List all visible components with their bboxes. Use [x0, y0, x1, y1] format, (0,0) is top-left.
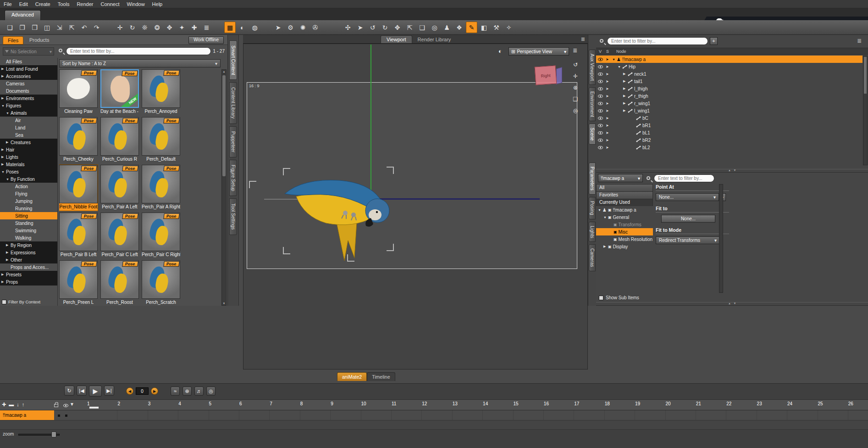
toolbar-icon[interactable]: ⇱: [404, 22, 415, 33]
frame-back-button[interactable]: ◀: [126, 387, 133, 395]
view-selector-dropdown[interactable]: ⊞ Perspective View: [509, 47, 569, 56]
category-tree-item[interactable]: ▼ Figures: [0, 102, 57, 109]
thumbnail-tile[interactable]: Pose Perch_Scratch: [142, 260, 180, 306]
pane-tab[interactable]: Posing: [589, 197, 596, 219]
visibility-eye-icon[interactable]: [598, 109, 603, 112]
expand-arrow-icon[interactable]: ▶: [623, 109, 628, 112]
thumbnail-scrollbar[interactable]: ▲ ▼: [221, 69, 227, 306]
thumbnail-tile[interactable]: Pose Perch_Preen L: [59, 260, 98, 306]
expand-arrow-icon[interactable]: ▶: [6, 251, 11, 254]
toolbar-icon[interactable]: ◎: [429, 22, 440, 33]
category-tree-item[interactable]: ▶ Other: [0, 256, 57, 263]
nav-cube-front-face[interactable]: Right: [535, 65, 557, 85]
toolbar-icon[interactable]: ↺: [367, 22, 378, 33]
toolbar-icon[interactable]: ♟: [441, 22, 453, 33]
toolbar-icon[interactable]: ◧: [478, 22, 490, 33]
menu-item[interactable]: Render: [73, 1, 97, 7]
expand-arrow-icon[interactable]: ▶: [1, 280, 6, 284]
expand-arrow-icon[interactable]: ▶: [623, 94, 628, 98]
toolbar-icon[interactable]: ➤: [354, 22, 366, 33]
scene-node-row[interactable]: ➤ ▶ ♟ tail1: [596, 78, 862, 85]
category-tree-item[interactable]: Jumping: [0, 197, 57, 205]
toolbar-icon[interactable]: ✥: [164, 22, 175, 33]
empty-track[interactable]: [0, 420, 868, 430]
viewport-options-icon[interactable]: ≣: [573, 47, 577, 54]
parameter-filter-tab[interactable]: All: [596, 184, 653, 191]
pane-tab[interactable]: Scene: [589, 123, 596, 145]
selectable-cursor-icon[interactable]: ➤: [606, 101, 612, 106]
menu-item[interactable]: File: [0, 1, 16, 7]
expand-arrow-icon[interactable]: ▶: [1, 67, 6, 71]
category-tree-item[interactable]: ▶ By Region: [0, 241, 57, 249]
view-navigation-cube[interactable]: Right: [535, 65, 564, 87]
tab-timeline[interactable]: Timeline: [367, 372, 395, 381]
visibility-eye-icon[interactable]: [598, 87, 603, 90]
category-tree-item[interactable]: ▼ Animals: [0, 109, 57, 117]
thumbnail-tile[interactable]: Pose Perch_Pair C Right: [142, 213, 180, 258]
category-tree-item[interactable]: ▶ Hair: [0, 146, 57, 153]
expand-arrow-icon[interactable]: ▶: [1, 273, 6, 276]
toolbar-icon[interactable]: ✛: [114, 22, 126, 33]
pane-tab[interactable]: Figure Setup: [229, 160, 237, 196]
transport-button[interactable]: ↻: [64, 386, 74, 396]
track-tool-icon[interactable]: ▬: [9, 402, 14, 408]
toolbar-icon[interactable]: ↻: [127, 22, 138, 33]
filter-by-context-checkbox[interactable]: [2, 300, 6, 304]
toolbar-icon[interactable]: ⚒: [491, 22, 502, 33]
show-sub-items-checkbox[interactable]: [599, 296, 603, 300]
frame-forward-button[interactable]: ▶: [151, 387, 158, 395]
selectable-cursor-icon[interactable]: ➤: [606, 138, 612, 142]
fit-to-mode-dropdown[interactable]: Redirect Transforms: [656, 236, 720, 244]
parameters-scrollbar[interactable]: [719, 184, 723, 293]
parameter-group-row[interactable]: ▼ ♟ ▣ General: [596, 213, 653, 221]
viewport-canvas[interactable]: 16 : 9 Right ◐ ⊞ Perspectiv: [243, 44, 588, 370]
visibility-eye-icon[interactable]: [598, 131, 603, 134]
toolbar-icon[interactable]: ◍: [249, 22, 260, 33]
menu-item[interactable]: Create: [32, 1, 54, 7]
category-tree-item[interactable]: ▶ Presets: [0, 271, 57, 278]
visibility-eye-icon[interactable]: [598, 124, 603, 127]
pane-tab[interactable]: Tool Settings: [229, 198, 237, 235]
animation-tool-icon[interactable]: ♬: [194, 386, 204, 396]
playhead-icon[interactable]: ▼: [70, 402, 74, 407]
expand-arrow-icon[interactable]: ▶: [6, 140, 11, 144]
selectable-cursor-icon[interactable]: ➤: [606, 79, 612, 84]
expand-arrow-icon[interactable]: ▼: [612, 58, 617, 61]
thumbnail-tile[interactable]: Pose Perch_Curious R: [100, 117, 139, 163]
macaw-model[interactable]: [276, 173, 395, 264]
pane-tab[interactable]: Cameras: [589, 244, 596, 271]
fit-to-button[interactable]: None...: [661, 215, 715, 223]
expand-arrow-icon[interactable]: ▶: [1, 96, 6, 100]
animation-tool-icon[interactable]: ⊕: [182, 386, 192, 396]
thumbnail-tile[interactable]: Pose Perch_Nibble Foot: [59, 165, 98, 211]
track-tool-icon[interactable]: ✚: [2, 402, 6, 408]
visibility-eye-icon[interactable]: [598, 58, 603, 61]
scene-node-row[interactable]: ➤ ▶ ♟ r_thigh: [596, 92, 862, 100]
selectable-cursor-icon[interactable]: ➤: [606, 87, 612, 91]
eye-icon[interactable]: [63, 404, 68, 407]
frame-range-indicator[interactable]: [89, 406, 99, 409]
scene-node-row[interactable]: ➤ ▼ ♟ !!macawp a: [596, 56, 862, 63]
thumbnail-tile[interactable]: Pose Perch_Cheeky: [59, 117, 98, 163]
parameter-group-row[interactable]: ▼ ♟ ▣ !!macawp a: [596, 206, 653, 213]
menu-item[interactable]: Edit: [16, 1, 32, 7]
category-tree-item[interactable]: ▼ By Function: [0, 175, 57, 183]
expand-arrow-icon[interactable]: ▶: [6, 243, 11, 247]
category-tree-item[interactable]: ▶ Expressions: [0, 249, 57, 256]
toolbar-icon[interactable]: ✇: [310, 22, 321, 33]
category-tree-item[interactable]: ▶ Creatures: [0, 139, 57, 146]
thumbnail-tile[interactable]: Pose Perch_Default: [142, 117, 180, 163]
scroll-up-icon[interactable]: ▲: [222, 70, 226, 73]
pane-tab[interactable]: Lights: [589, 222, 596, 242]
category-tree-item[interactable]: Action: [0, 183, 57, 190]
expand-arrow-icon[interactable]: ▶: [1, 74, 6, 78]
tab-files[interactable]: Files: [3, 36, 23, 45]
visibility-eye-icon[interactable]: [598, 65, 603, 68]
thumbnail-tile[interactable]: Pose Cleaning Paw: [59, 69, 98, 115]
expand-arrow-icon[interactable]: ▶: [6, 258, 11, 262]
selectable-cursor-icon[interactable]: ➤: [606, 65, 612, 69]
visibility-eye-icon[interactable]: [598, 73, 603, 76]
toolbar-icon[interactable]: ✧: [503, 22, 514, 33]
scene-node-row[interactable]: ➤ ♟ bR2: [596, 136, 862, 144]
track-label[interactable]: !!macawp a: [0, 410, 54, 420]
